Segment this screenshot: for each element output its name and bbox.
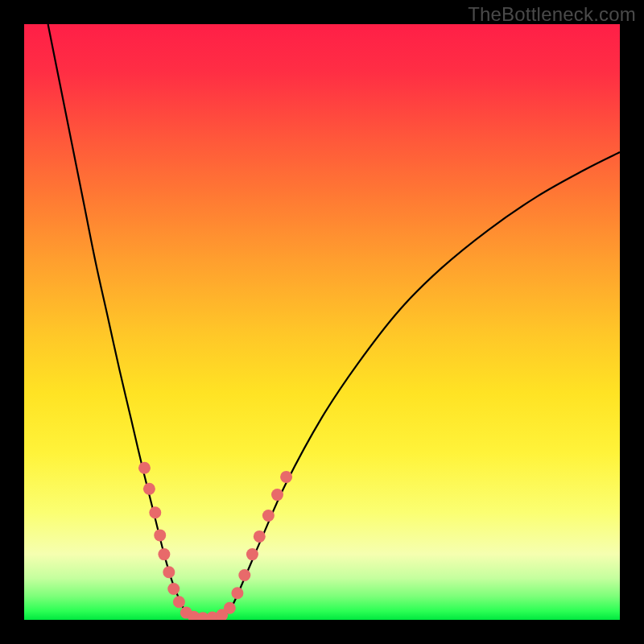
highlight-dot <box>271 489 283 501</box>
highlight-dot <box>143 483 155 495</box>
chart-frame: TheBottleneck.com <box>0 0 644 644</box>
highlight-dot <box>262 510 275 522</box>
highlight-dot <box>138 462 151 474</box>
watermark-text: TheBottleneck.com <box>468 3 636 26</box>
plot-area <box>24 24 620 620</box>
highlight-dot <box>167 583 180 595</box>
highlight-dot <box>246 548 258 560</box>
highlight-dot <box>154 529 166 541</box>
highlight-dot <box>163 566 175 578</box>
curve-svg <box>24 24 620 620</box>
highlight-dot <box>158 548 170 560</box>
highlight-dot <box>231 587 243 599</box>
bottleneck-curve <box>48 24 620 619</box>
highlight-dot <box>149 506 161 518</box>
highlight-dot <box>173 596 185 608</box>
highlight-dot <box>238 569 250 581</box>
highlight-dot <box>224 602 236 614</box>
highlight-dot <box>280 471 292 483</box>
highlight-dot <box>254 530 266 543</box>
